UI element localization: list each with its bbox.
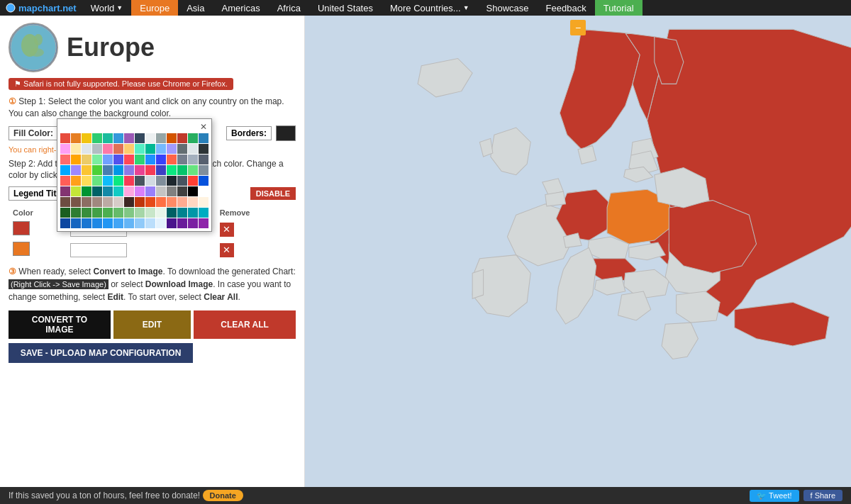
nav-asia[interactable]: Asia (178, 0, 213, 16)
color-cell[interactable] (167, 176, 177, 186)
color-cell[interactable] (71, 165, 81, 175)
color-cell[interactable] (167, 186, 177, 196)
color-picker-close[interactable]: ✕ (60, 122, 208, 132)
color-cell[interactable] (188, 218, 198, 228)
color-cell[interactable] (92, 133, 102, 143)
color-cell[interactable] (92, 208, 102, 218)
legend-label-input-2[interactable] (70, 243, 127, 257)
color-cell[interactable] (188, 165, 198, 175)
color-cell[interactable] (135, 208, 145, 218)
color-cell[interactable] (82, 133, 91, 143)
color-cell[interactable] (113, 218, 123, 228)
color-cell[interactable] (199, 197, 208, 207)
nav-showcase[interactable]: Showcase (478, 0, 538, 16)
color-cell[interactable] (103, 197, 113, 207)
color-cell[interactable] (188, 186, 198, 196)
legend-color-swatch-2[interactable] (13, 242, 30, 256)
color-cell[interactable] (199, 133, 208, 143)
color-cell[interactable] (60, 218, 70, 228)
color-cell[interactable] (188, 133, 198, 143)
color-cell[interactable] (199, 165, 208, 175)
color-cell[interactable] (82, 176, 91, 186)
color-cell[interactable] (124, 144, 134, 154)
color-cell[interactable] (177, 208, 187, 218)
country-portugal[interactable] (472, 269, 483, 298)
color-cell[interactable] (71, 133, 81, 143)
color-cell[interactable] (71, 208, 81, 218)
color-cell[interactable] (167, 133, 177, 143)
save-upload-button[interactable]: SAVE - UPLOAD MAP CONFIGURATION (9, 343, 193, 363)
color-cell[interactable] (82, 144, 91, 154)
color-cell[interactable] (103, 186, 113, 196)
color-cell[interactable] (92, 197, 102, 207)
disable-legend-button[interactable]: DISABLE (250, 187, 296, 200)
color-cell[interactable] (199, 155, 208, 164)
color-cell[interactable] (188, 176, 198, 186)
tweet-button[interactable]: 🐦 Tweet! (750, 490, 799, 502)
color-cell[interactable] (156, 176, 166, 186)
color-cell[interactable] (167, 218, 177, 228)
color-cell[interactable] (82, 197, 91, 207)
color-cell[interactable] (71, 186, 81, 196)
color-cell[interactable] (60, 133, 70, 143)
color-cell[interactable] (60, 144, 70, 154)
color-cell[interactable] (135, 176, 145, 186)
color-cell[interactable] (113, 144, 123, 154)
remove-legend-2[interactable]: ✕ (220, 243, 234, 257)
color-cell[interactable] (199, 218, 208, 228)
color-cell[interactable] (199, 144, 208, 154)
color-cell[interactable] (177, 165, 187, 175)
borders-color-picker[interactable] (276, 125, 296, 141)
color-cell[interactable] (71, 155, 81, 164)
color-cell[interactable] (177, 186, 187, 196)
color-cell[interactable] (167, 155, 177, 164)
color-cell[interactable] (124, 186, 134, 196)
color-cell[interactable] (145, 186, 155, 196)
nav-tutorial[interactable]: Tutorial (595, 0, 643, 16)
color-cell[interactable] (113, 133, 123, 143)
color-cell[interactable] (156, 144, 166, 154)
color-cell[interactable] (113, 197, 123, 207)
color-cell[interactable] (135, 133, 145, 143)
color-cell[interactable] (92, 176, 102, 186)
color-cell[interactable] (156, 197, 166, 207)
color-cell[interactable] (71, 197, 81, 207)
color-cell[interactable] (124, 165, 134, 175)
color-cell[interactable] (113, 165, 123, 175)
color-cell[interactable] (145, 197, 155, 207)
remove-legend-1[interactable]: ✕ (220, 223, 234, 237)
color-cell[interactable] (199, 176, 208, 186)
color-cell[interactable] (92, 186, 102, 196)
color-cell[interactable] (124, 155, 134, 164)
color-cell[interactable] (167, 165, 177, 175)
collapse-sidebar-button[interactable]: − (570, 20, 586, 35)
color-cell[interactable] (60, 176, 70, 186)
color-cell[interactable] (167, 144, 177, 154)
color-cell[interactable] (103, 133, 113, 143)
color-cell[interactable] (177, 176, 187, 186)
country-denmark[interactable] (578, 146, 596, 164)
donate-button[interactable]: Donate (203, 490, 243, 501)
color-cell[interactable] (156, 218, 166, 228)
color-cell[interactable] (135, 165, 145, 175)
color-cell[interactable] (156, 186, 166, 196)
color-cell[interactable] (124, 176, 134, 186)
color-cell[interactable] (167, 197, 177, 207)
color-cell[interactable] (82, 155, 91, 164)
color-cell[interactable] (103, 176, 113, 186)
color-cell[interactable] (82, 186, 91, 196)
color-cell[interactable] (177, 133, 187, 143)
color-cell[interactable] (177, 197, 187, 207)
color-cell[interactable] (60, 197, 70, 207)
color-cell[interactable] (124, 218, 134, 228)
color-cell[interactable] (92, 165, 102, 175)
color-cell[interactable] (135, 144, 145, 154)
color-cell[interactable] (135, 155, 145, 164)
color-cell[interactable] (71, 218, 81, 228)
convert-to-image-button[interactable]: CONVERT TO IMAGE (9, 310, 111, 339)
color-cell[interactable] (113, 155, 123, 164)
color-cell[interactable] (124, 197, 134, 207)
brand-logo[interactable]: mapchart.net (0, 3, 82, 13)
color-cell[interactable] (103, 144, 113, 154)
color-cell[interactable] (199, 208, 208, 218)
